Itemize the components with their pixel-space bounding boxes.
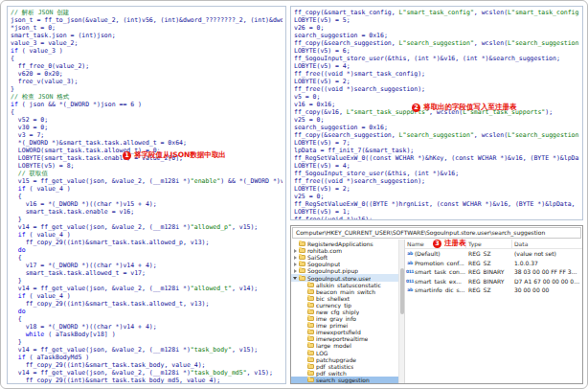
code-line: LOBYTE(v5) = 6;	[294, 47, 579, 55]
registry-tree-item[interactable]: imeexportsfield	[291, 329, 398, 335]
registry-key-folder-icon	[299, 268, 305, 273]
annotation-registry: 3 注册表	[433, 239, 466, 248]
registry-key-label: allskin_statusconstatic	[316, 282, 381, 288]
registry-key-folder-icon	[307, 296, 314, 301]
tree-scrollbar[interactable]	[398, 240, 404, 383]
scrollbar-thumb[interactable]	[400, 268, 404, 314]
value-name-cell: smart_task_config	[415, 268, 466, 275]
registry-values-pane: Name Type Data ab(Default)REG_SZ(value n…	[405, 240, 582, 383]
code-line: }	[11, 216, 283, 223]
registry-tree-item[interactable]: RegisteredApplications	[291, 240, 398, 247]
registry-tree-item[interactable]: SogouInput.store.user	[291, 274, 398, 281]
registry-tree-item[interactable]: allskin_statusconstatic	[291, 282, 398, 288]
value-data-cell: 1.0.0.37	[512, 260, 582, 266]
registry-key-folder-icon	[299, 262, 305, 266]
registry-tree-item[interactable]: patchupgrade	[291, 356, 398, 363]
code-line: v18 = *(_DWORD *)((char *)v14 + 4);	[11, 323, 283, 331]
value-name-cell: (Default)	[415, 250, 466, 257]
registry-value-row[interactable]: absmartinfo_dic_s...REG_SZ30 00 00 00	[405, 286, 582, 295]
registry-value-row[interactable]: 011smart_task_configREG_BINARY38 03 00 0…	[405, 267, 582, 277]
code-line: v3 = 7;	[11, 131, 283, 139]
code-line: LOBYTE(v5) = 5;	[294, 16, 579, 24]
registry-key-folder-icon	[307, 343, 314, 348]
registry-key-folder-icon	[299, 255, 305, 260]
registry-key-label: pdf_statistics	[316, 363, 353, 370]
registry-key-folder-icon	[307, 309, 314, 314]
code-line: while ( aTaskBody[v18] )	[11, 331, 283, 338]
registry-tree: RegisteredApplicationsrohitab.comSaiSoft…	[291, 240, 398, 383]
registry-body: RegisteredApplicationsrohitab.comSaiSoft…	[291, 240, 582, 383]
registry-key-label: imereportrealtime	[316, 335, 368, 342]
value-data-cell: (value not set)	[512, 250, 582, 257]
registry-key-folder-icon	[299, 241, 305, 246]
registry-key-label: ime_gray_info	[316, 315, 356, 322]
annotation-write-registry: 2 将取出的字段值写入至注册表	[412, 103, 517, 112]
registry-value-row[interactable]: 011smart_task_ex...REG_BINARYD7 A1 67 00…	[405, 277, 582, 286]
annotation-extract-fields: 1 将字段值从JSON数据中取出	[123, 150, 226, 160]
registry-editor-window: Computer\HKEY_CURRENT_USER\SOFTWARE\Sogo…	[290, 225, 583, 384]
registry-tree-item[interactable]: SaiSoft	[291, 254, 398, 261]
registry-address-bar[interactable]: Computer\HKEY_CURRENT_USER\SOFTWARE\Sogo…	[292, 227, 581, 239]
registry-value-row[interactable]: abPromotion_conf...REG_SZ1.0.0.37	[405, 259, 582, 268]
column-header-type[interactable]: Type	[466, 240, 512, 248]
value-data-cell: 38 03 00 00 FF FF 3F 7A 00 02 00 02 00 0…	[512, 268, 582, 275]
registry-tree-item[interactable]: new_cfg_shiply	[291, 309, 398, 315]
code-line: if ( value_4 )	[11, 185, 283, 193]
code-line: if ( value_4 )	[11, 292, 283, 300]
registry-key-folder-icon	[307, 316, 314, 321]
registry-tree-item[interactable]: search_suggestion	[291, 377, 398, 383]
code-line: LOBYTE(v5) = 4;	[294, 162, 579, 170]
registry-key-label: RegisteredApplications	[307, 240, 373, 247]
registry-tree-item[interactable]: ime_gray_info	[291, 315, 398, 322]
registry-key-label: SogouInput.store.user	[307, 275, 371, 282]
code-line: v14 = ff_get_value(json, &value_2, (__m1…	[11, 369, 283, 377]
registry-tree-item[interactable]: pdf_switch	[291, 370, 398, 377]
code-line: v52 = 0;	[11, 116, 283, 124]
registry-key-label: beacon_main_switch	[316, 288, 375, 295]
value-data-cell: D7 A1 67 00 00 00 00 00	[512, 278, 582, 285]
registry-key-label: patchupgrade	[316, 356, 356, 363]
registry-values-rows: ab(Default)REG_SZ(value not set)abPromot…	[405, 249, 582, 295]
registry-tree-item[interactable]: rohitab.com	[291, 247, 398, 254]
column-header-data[interactable]: Data	[512, 240, 582, 248]
registry-tree-item[interactable]: large_model	[291, 342, 398, 349]
registry-tree-item[interactable]: pdf_statistics	[291, 363, 398, 370]
registry-key-label: search_suggestion	[316, 377, 370, 383]
code-line: v25 = 0;	[294, 116, 579, 124]
code-line: value_3 = value_2;	[11, 39, 283, 47]
code-line: v17 = *(_DWORD *)((char *)v14 + 4);	[11, 262, 283, 269]
code-line: ff_copy_29((int)&smart_task.task_body, v…	[11, 361, 283, 369]
code-line: ff_RegSetValueExW_0((const WCHAR *)&hKey…	[294, 154, 579, 162]
code-line: }	[11, 85, 283, 93]
code-line: ff_SogouInput_store_user(&this, (int *)&…	[294, 55, 579, 62]
registry-value-row[interactable]: ab(Default)REG_SZ(value not set)	[405, 249, 582, 259]
registry-tree-item[interactable]: ime_primei	[291, 322, 398, 329]
registry-tree-item[interactable]: SogouInput	[291, 261, 398, 267]
registry-tree-item[interactable]: imereportrealtime	[291, 335, 398, 342]
registry-tree-item[interactable]: beacon_main_switch	[291, 288, 398, 295]
registry-key-label: new_cfg_shiply	[316, 309, 359, 315]
string-value-icon: ab	[405, 287, 415, 292]
code-line: // 检查 JSON 格式	[11, 93, 283, 101]
binary-value-icon: 011	[405, 279, 415, 284]
value-type-cell: REG_BINARY	[466, 268, 512, 275]
registry-tree-item[interactable]: LOG	[291, 350, 398, 356]
pseudocode-panel-left: // 解析 JSON 创建json_t = ff_to_json(&value_…	[7, 6, 286, 384]
code-line: *(_DWORD *)&smart_task.task.allowed_t = …	[11, 139, 283, 147]
code-listing-right: ff_copy(&smart_task_config, L"smart_task…	[294, 9, 579, 220]
code-line: {	[11, 315, 283, 323]
registry-tree-item[interactable]: bic_shellext	[291, 295, 398, 302]
annotation-3-text: 注册表	[444, 239, 466, 248]
code-line: v26 = 0;	[294, 24, 579, 32]
code-line: json_t = ff_to_json(&value_2, (int)v56, …	[11, 16, 283, 24]
code-line: LOBYTE(v5) = 7;	[294, 139, 579, 147]
registry-key-folder-icon	[307, 371, 314, 376]
code-line: v14 = ff_get_value(json, &value_2, (__m1…	[11, 346, 283, 354]
code-line: v25 = 0;	[294, 193, 579, 200]
registry-key-folder-icon	[307, 330, 314, 334]
code-line: do	[11, 246, 283, 254]
code-line: {	[11, 193, 283, 200]
code-line: lpData = ff_init_7(&smart_task);	[294, 147, 579, 154]
registry-tree-item[interactable]: currency_tip	[291, 302, 398, 309]
registry-tree-item[interactable]: SogouInput.pipup	[291, 267, 398, 274]
